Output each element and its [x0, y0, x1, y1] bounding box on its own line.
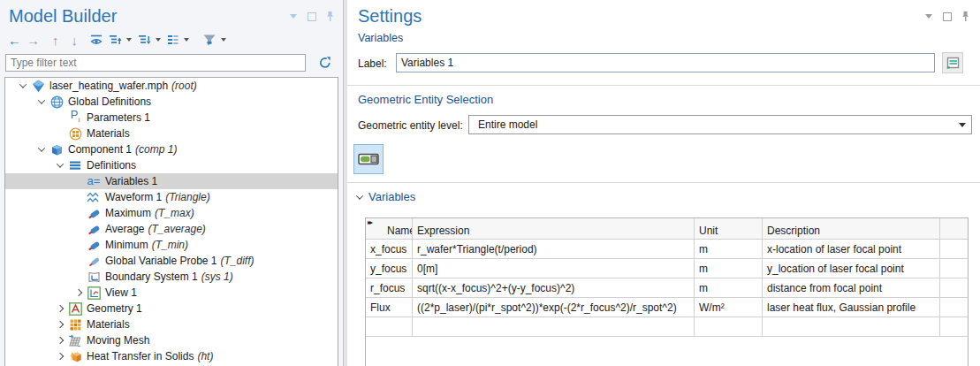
tree-chevron-icon[interactable] [53, 354, 67, 359]
table-row[interactable]: r_focussqrt((x-x_focus)^2+(y-y_focus)^2)… [366, 278, 968, 298]
tree-chevron-icon[interactable] [53, 306, 67, 311]
tree-item-variables-1[interactable]: a=Variables 1 [5, 173, 338, 189]
probe-icon [86, 222, 102, 236]
empty-cell[interactable] [413, 317, 695, 336]
tree-chevron-icon[interactable] [53, 338, 67, 343]
tree-item-boundary-system-1[interactable]: Boundary System 1(sys 1) [5, 269, 338, 285]
cell-description[interactable]: x-location of laser focal point [763, 240, 940, 258]
tree-item-heat-transfer-in-solids[interactable]: Heat Transfer in Solids(ht) [5, 348, 338, 364]
tree-item-average[interactable]: Average(T_average) [5, 221, 338, 237]
tree-item-tag: (sys 1) [201, 271, 233, 283]
section-variables-header[interactable]: Variables [353, 190, 415, 203]
tree-item-label: Component 1 [68, 143, 132, 156]
cell-expression[interactable]: r_wafer*Triangle(t/period) [413, 240, 695, 258]
cell-name[interactable]: Flux [366, 298, 413, 316]
tree-item-global-variable-probe-1[interactable]: Global Variable Probe 1(T_diff) [5, 253, 338, 269]
table-row[interactable]: Flux((2*p_laser)/(pi*r_spot^2))*exp(-(2*… [366, 298, 968, 317]
cell-unit[interactable]: m [695, 259, 763, 278]
move-down-arrow-icon[interactable]: ↓ [69, 31, 81, 49]
cell-unit[interactable]: m [695, 240, 763, 258]
definitions-icon [67, 158, 83, 172]
cell-expression[interactable]: ((2*p_laser)/(pi*r_spot^2))*exp(-(2*r_fo… [413, 298, 695, 316]
tree-chevron-icon[interactable] [53, 322, 67, 327]
dropdown-caret-icon[interactable] [923, 11, 934, 22]
cell-description[interactable]: laser heat flux, Gaussian profile [763, 298, 940, 316]
tree-chevron-icon[interactable] [53, 163, 67, 168]
cell-unit[interactable]: W/m² [695, 298, 763, 316]
cell-name[interactable]: y_focus [366, 259, 413, 278]
tree-item-label: Moving Mesh [87, 334, 149, 347]
cell-unit[interactable]: m [695, 278, 763, 297]
tree-item-maximum[interactable]: Maximum(T_max) [5, 205, 338, 221]
tree-item-waveform-1[interactable]: Waveform 1(Triangle) [5, 189, 338, 205]
cell-spacer [940, 298, 968, 316]
cell-expression[interactable]: sqrt((x-x_focus)^2+(y-y_focus)^2) [413, 278, 695, 297]
cell-expression[interactable]: 0[m] [413, 259, 695, 278]
global-probe-icon [86, 254, 102, 268]
collapse-tree-icon[interactable] [135, 31, 154, 49]
restore-icon[interactable] [941, 11, 953, 22]
tree-item-label: Definitions [87, 159, 136, 172]
label-caption: Label: [358, 57, 387, 70]
filter-menu-caret-icon[interactable] [221, 38, 226, 42]
back-arrow-icon[interactable]: ← [5, 31, 24, 49]
show-eye-icon[interactable] [87, 31, 106, 49]
tree-chevron-icon[interactable] [72, 290, 86, 295]
collapse-tree-menu-caret-icon[interactable] [156, 38, 161, 42]
pin-icon[interactable] [324, 11, 336, 22]
table-row[interactable]: y_focus0[m]my_location of laser focal po… [366, 259, 968, 278]
tree-item-materials[interactable]: Materials [5, 316, 338, 332]
tree-chevron-icon[interactable] [34, 99, 49, 104]
geometric-entity-level-value: Entire model [478, 118, 537, 131]
tree-item-global-definitions[interactable]: Global Definitions [5, 94, 338, 110]
label-input[interactable] [396, 53, 935, 72]
tree-item-laser-heating-wafer-mph[interactable]: laser_heating_wafer.mph(root) [5, 78, 338, 94]
table-row[interactable]: x_focusr_wafer*Triangle(t/period)mx-loca… [366, 240, 968, 259]
tree-chevron-icon[interactable] [16, 83, 30, 88]
node-text-menu-caret-icon[interactable] [184, 38, 189, 42]
expand-tree-icon[interactable] [106, 31, 125, 49]
pin-icon[interactable] [960, 11, 971, 22]
geometric-entity-level-select[interactable]: Entire model [468, 115, 972, 134]
forward-arrow-icon[interactable]: → [24, 31, 42, 49]
tree-item-minimum[interactable]: Minimum(T_min) [5, 237, 338, 253]
filter-funnel-icon[interactable] [200, 31, 219, 49]
column-header-unit: Unit [695, 218, 763, 239]
tree-item-geometry-1[interactable]: Geometry 1 [5, 301, 338, 316]
empty-cell[interactable] [695, 317, 763, 336]
table-empty-row[interactable] [366, 317, 968, 337]
cell-name[interactable]: x_focus [366, 240, 413, 258]
materials-comp-icon [67, 317, 83, 332]
expand-tree-menu-caret-icon[interactable] [126, 38, 132, 42]
tree-item-parameters-1[interactable]: PiParameters 1 [5, 110, 338, 126]
cell-spacer [940, 317, 968, 336]
restore-icon[interactable] [306, 11, 317, 22]
empty-cell[interactable] [763, 317, 940, 336]
rename-label-icon[interactable] [942, 52, 963, 73]
active-selection-toggle-icon[interactable] [353, 144, 384, 174]
empty-cell[interactable] [366, 317, 413, 336]
tree-chevron-icon[interactable] [34, 147, 49, 152]
cell-description[interactable]: y_location of laser focal point [763, 259, 940, 278]
column-header-expression: Expression [413, 218, 695, 239]
move-up-arrow-icon[interactable]: ↑ [49, 31, 62, 49]
settings-title: Settings [358, 6, 422, 27]
tree-item-label: Maximum [105, 207, 151, 219]
tree-item-view-1[interactable]: View 1 [5, 285, 338, 301]
globe-icon [49, 95, 65, 109]
cell-name[interactable]: r_focus [366, 278, 413, 297]
tree-item-moving-mesh[interactable]: Moving Mesh [5, 332, 338, 348]
materials-global-icon [67, 126, 83, 141]
tree-filter-input[interactable] [5, 54, 306, 72]
tree-item-label: Global Variable Probe 1 [105, 255, 217, 267]
tree-item-tag: (T_diff) [221, 255, 254, 267]
section-collapse-chevron-icon[interactable] [353, 194, 367, 200]
tree-item-definitions[interactable]: Definitions [5, 157, 338, 173]
refresh-icon[interactable] [315, 53, 336, 72]
node-text-icon[interactable] [164, 31, 182, 49]
tree-item-materials[interactable]: Materials [5, 126, 338, 141]
cell-description[interactable]: distance from focal point [763, 278, 940, 297]
tree-item-component-1[interactable]: Component 1(comp 1) [5, 141, 338, 157]
dropdown-caret-icon[interactable] [287, 11, 299, 22]
settings-panel: Settings Variables Label: Geometric Enti… [347, 0, 980, 366]
